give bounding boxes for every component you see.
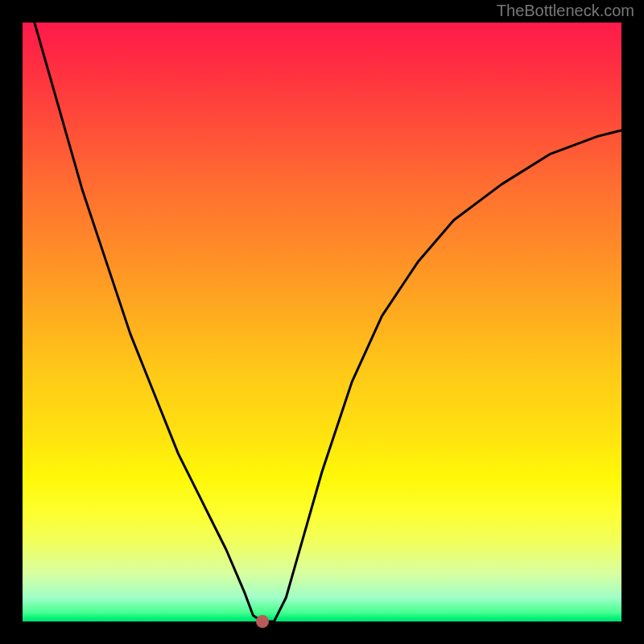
plot-area <box>23 23 621 621</box>
bottleneck-curve-svg <box>23 23 621 621</box>
bottleneck-curve-line <box>23 23 621 621</box>
chart-container: TheBottleneck.com <box>0 0 644 644</box>
attribution-text: TheBottleneck.com <box>497 2 634 20</box>
optimal-point-marker <box>256 615 269 628</box>
